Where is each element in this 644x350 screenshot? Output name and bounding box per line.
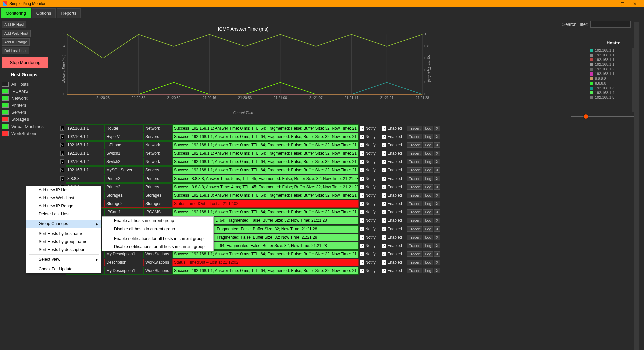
del-last-host-button[interactable]: Del Last Host [2, 47, 29, 54]
cell-enabled[interactable]: ✓Enabled [381, 158, 406, 166]
tracert-button[interactable]: Tracert [407, 251, 422, 257]
log-button[interactable]: Log [423, 235, 433, 240]
cell-enabled[interactable]: ✓Enabled [381, 217, 406, 224]
checkbox-icon[interactable]: ✓ [382, 193, 386, 198]
cell-ip[interactable]: 192.168.1.1 [66, 150, 105, 157]
cell-enabled[interactable]: ✓Enabled [381, 225, 406, 233]
checkbox-icon[interactable]: ✓ [360, 151, 364, 156]
table-row[interactable]: v192.168.1.1My Description1WorkStationsS… [59, 267, 448, 275]
context-item[interactable]: Sort Hosts by description [26, 246, 101, 254]
log-button[interactable]: Log [423, 201, 433, 206]
tab-options[interactable]: Options [32, 8, 56, 18]
table-row[interactable]: v192.168.1.1Switch1NetworkSuccess; 192.1… [59, 149, 448, 157]
cell-notify[interactable]: ✓Notify [359, 208, 381, 216]
checkbox-icon[interactable]: ✓ [382, 244, 386, 248]
cell-notify[interactable]: ✓Notify [359, 183, 381, 191]
cell-notify[interactable]: ✓Notify [359, 192, 381, 199]
delete-row-button[interactable]: X [434, 209, 440, 215]
log-button[interactable]: Log [423, 167, 433, 173]
tracert-button[interactable]: Tracert [407, 126, 422, 131]
delete-row-button[interactable]: X [434, 235, 440, 240]
checkbox-icon[interactable]: ✓ [360, 202, 364, 206]
table-row[interactable]: v192.168.1.1IpPhoneNetworkSuccess; 192.1… [59, 141, 448, 149]
cell-ip[interactable]: 192.168.1.1 [66, 133, 105, 141]
legend-item[interactable]: 192.168.1.4 [590, 90, 632, 95]
checkbox-icon[interactable]: ✓ [382, 168, 386, 172]
delete-row-button[interactable]: X [434, 184, 440, 190]
delete-row-button[interactable]: X [434, 268, 440, 273]
tracert-button[interactable]: Tracert [407, 193, 422, 198]
cell-enabled[interactable]: ✓Enabled [381, 234, 406, 241]
log-button[interactable]: Log [423, 142, 433, 148]
table-row[interactable]: vMy Description1WorkStationsSuccess; 192… [59, 250, 448, 258]
cell-enabled[interactable]: ✓Enabled [381, 250, 406, 258]
legend-item[interactable]: 192.168.1.2 [590, 67, 632, 71]
cell-group[interactable]: Servers [144, 166, 172, 174]
legend-item[interactable]: 192.168.1.1 [590, 57, 632, 62]
tab-monitoring[interactable]: Monitoring [1, 8, 31, 18]
cell-name[interactable]: IPCam1 [105, 208, 144, 216]
add-ip-range-button[interactable]: Add IP Range [2, 38, 30, 46]
cell-ip[interactable]: 192.168.1.1 [66, 124, 105, 132]
delete-row-button[interactable]: X [434, 193, 440, 198]
tracert-button[interactable]: Tracert [407, 201, 422, 206]
tracert-button[interactable]: Tracert [407, 142, 422, 148]
delete-row-button[interactable]: X [434, 126, 440, 131]
cell-enabled[interactable]: ✓Enabled [381, 259, 406, 266]
checkbox-icon[interactable]: ✓ [360, 193, 364, 198]
cell-name[interactable]: Router [105, 124, 144, 132]
cell-notify[interactable]: ✓Notify [359, 234, 381, 241]
cell-group[interactable]: WorkStations [144, 267, 172, 275]
delete-row-button[interactable]: X [434, 167, 440, 173]
checkbox-icon[interactable]: ✓ [360, 235, 364, 240]
context-item[interactable]: Add new IP Host [26, 186, 101, 194]
stop-monitoring-button[interactable]: Stop Monitoring [2, 57, 48, 68]
cell-enabled[interactable]: ✓Enabled [381, 183, 406, 191]
cell-notify[interactable]: ✓Notify [359, 250, 381, 258]
cell-name[interactable]: IpPhone [105, 141, 144, 149]
checkbox-icon[interactable]: ✓ [360, 244, 364, 248]
add-ip-host-button[interactable]: Add IP Host [2, 21, 26, 28]
row-toggle[interactable]: v [59, 158, 66, 166]
scrollbar-vertical[interactable] [634, 22, 639, 350]
context-item[interactable]: Add new Web Host [26, 194, 101, 202]
cell-name[interactable]: My Description1 [105, 250, 144, 258]
hosts-legend-list[interactable]: 192.168.1.1192.168.1.1192.168.1.1192.168… [590, 48, 637, 112]
checkbox-icon[interactable]: ✓ [360, 269, 364, 273]
tracert-button[interactable]: Tracert [407, 226, 422, 232]
context-subitem[interactable]: Disable notifications for all hosts in c… [102, 243, 213, 251]
cell-group[interactable]: Network [144, 150, 172, 157]
cell-ip[interactable]: 192.168.1.1 [66, 166, 105, 174]
tab-reports[interactable]: Reports [57, 8, 81, 18]
row-toggle[interactable]: v [59, 124, 66, 132]
cell-group[interactable]: Network [144, 158, 172, 166]
checkbox-icon[interactable]: ✓ [382, 252, 386, 256]
cell-notify[interactable]: ✓Notify [359, 175, 381, 183]
log-button[interactable]: Log [423, 226, 433, 232]
cell-notify[interactable]: ✓Notify [359, 225, 381, 233]
checkbox-icon[interactable]: ✓ [382, 177, 386, 181]
cell-notify[interactable]: ✓Notify [359, 133, 381, 141]
log-button[interactable]: Log [423, 251, 433, 257]
cell-group[interactable]: Storages [144, 192, 172, 199]
legend-item[interactable]: 192.168.1.1 [590, 71, 632, 76]
row-toggle[interactable]: v [59, 133, 66, 141]
cell-enabled[interactable]: ✓Enabled [381, 200, 406, 208]
legend-item[interactable]: 8.8.8.8 [590, 81, 632, 86]
context-item[interactable]: Delete Last Host [26, 210, 101, 218]
tracert-button[interactable]: Tracert [407, 243, 422, 248]
cell-name[interactable]: My Description1 [105, 267, 144, 275]
context-menu[interactable]: Add new IP HostAdd new Web HostAdd new I… [26, 186, 101, 273]
context-subitem[interactable]: Enable notifications for all hosts in cu… [102, 235, 213, 243]
checkbox-icon[interactable]: ✓ [360, 177, 364, 181]
log-button[interactable]: Log [423, 184, 433, 190]
legend-item[interactable]: 192.168.1.5 [590, 95, 632, 100]
cell-notify[interactable]: ✓Notify [359, 166, 381, 174]
cell-name[interactable]: MySQL Server [105, 166, 144, 174]
delete-row-button[interactable]: X [434, 142, 440, 148]
checkbox-icon[interactable]: ✓ [360, 143, 364, 147]
table-row[interactable]: vStorage2StoragesStatus: TimedOut – Lost… [59, 200, 448, 208]
cell-name[interactable]: Switch1 [105, 150, 144, 157]
context-item[interactable]: Add new IP Range [26, 202, 101, 210]
delete-row-button[interactable]: X [434, 159, 440, 164]
